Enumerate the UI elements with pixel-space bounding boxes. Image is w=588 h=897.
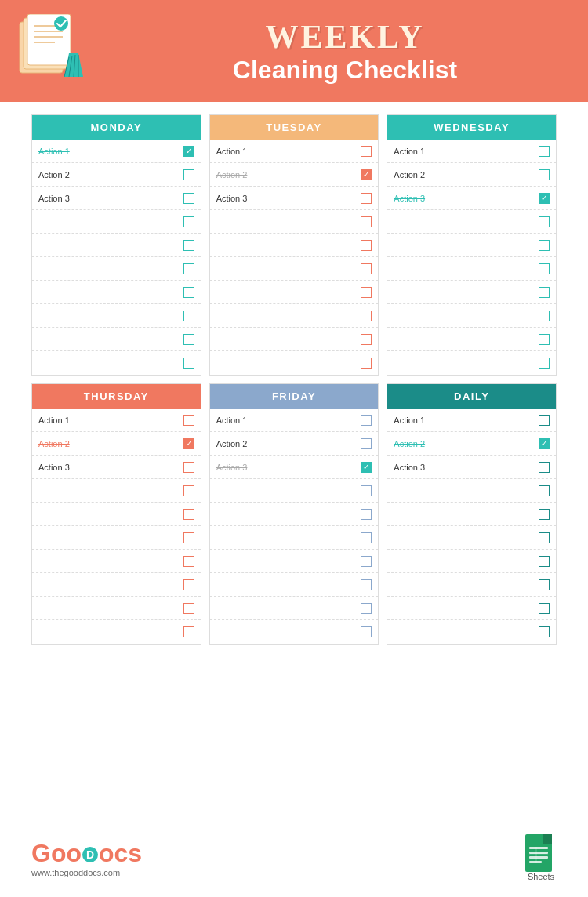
list-item[interactable]: Action 1 [387,409,556,432]
checkbox[interactable] [361,485,372,496]
checkbox[interactable]: ✓ [183,438,194,449]
list-item[interactable] [387,328,556,351]
list-item[interactable]: Action 3 [32,456,201,479]
list-item[interactable]: Action 3 [32,187,201,210]
checkbox[interactable] [183,485,194,496]
checkbox[interactable] [183,603,194,614]
list-item[interactable]: Action 2 [210,432,379,456]
checkbox[interactable] [539,603,550,614]
list-item[interactable]: Action 2✓ [387,432,556,456]
checkbox[interactable]: ✓ [361,462,372,473]
list-item[interactable]: Action 1 [210,140,379,163]
checkbox[interactable]: ✓ [361,169,372,180]
list-item[interactable]: Action 2✓ [32,432,201,456]
list-item[interactable]: Action 1 [387,140,556,163]
list-item[interactable]: Action 1 [210,409,379,432]
list-item[interactable] [387,620,556,644]
checkbox[interactable] [539,462,550,473]
list-item[interactable] [210,620,379,644]
checkbox[interactable] [183,334,194,345]
checkbox[interactable] [183,509,194,520]
list-item[interactable]: Action 3 [210,187,379,210]
list-item[interactable] [387,257,556,281]
list-item[interactable]: Action 2✓ [210,163,379,187]
list-item[interactable] [32,351,201,375]
checkbox[interactable] [183,169,194,180]
list-item[interactable] [387,573,556,597]
checkbox[interactable] [183,263,194,274]
checkbox[interactable] [539,240,550,251]
checkbox[interactable] [183,193,194,204]
checkbox[interactable] [361,603,372,614]
list-item[interactable] [210,210,379,234]
checkbox[interactable] [539,415,550,426]
checkbox[interactable] [183,216,194,227]
checkbox[interactable] [361,240,372,251]
checkbox[interactable] [539,579,550,590]
list-item[interactable] [210,328,379,351]
list-item[interactable] [387,479,556,503]
list-item[interactable] [210,573,379,597]
list-item[interactable] [387,503,556,526]
checkbox[interactable] [539,310,550,321]
list-item[interactable] [387,234,556,257]
list-item[interactable]: Action 3 [387,456,556,479]
list-item[interactable] [32,304,201,328]
list-item[interactable] [210,351,379,375]
checkbox[interactable] [183,532,194,543]
checkbox[interactable] [539,146,550,157]
checkbox[interactable] [361,509,372,520]
checkbox[interactable] [539,263,550,274]
list-item[interactable] [32,234,201,257]
checkbox[interactable] [183,358,194,369]
checkbox[interactable] [183,415,194,426]
list-item[interactable] [32,281,201,304]
list-item[interactable] [210,479,379,503]
checkbox[interactable] [539,485,550,496]
checkbox[interactable]: ✓ [183,146,194,157]
checkbox[interactable] [539,556,550,567]
checkbox[interactable] [539,358,550,369]
checkbox[interactable] [361,287,372,298]
checkbox[interactable] [361,358,372,369]
checkbox[interactable] [361,193,372,204]
list-item[interactable] [32,328,201,351]
list-item[interactable] [387,351,556,375]
list-item[interactable] [387,526,556,550]
list-item[interactable] [210,503,379,526]
checkbox[interactable] [361,438,372,449]
list-item[interactable] [32,526,201,550]
checkbox[interactable] [361,216,372,227]
list-item[interactable] [387,550,556,573]
list-item[interactable]: Action 2 [387,163,556,187]
list-item[interactable] [32,479,201,503]
list-item[interactable] [210,234,379,257]
checkbox[interactable] [539,509,550,520]
list-item[interactable] [210,281,379,304]
list-item[interactable]: Action 3✓ [387,187,556,210]
checkbox[interactable] [183,556,194,567]
checkbox[interactable] [361,334,372,345]
checkbox[interactable] [361,556,372,567]
list-item[interactable] [32,550,201,573]
list-item[interactable] [387,281,556,304]
list-item[interactable] [32,257,201,281]
checkbox[interactable] [539,532,550,543]
list-item[interactable] [32,573,201,597]
list-item[interactable]: Action 2 [32,163,201,187]
checkbox[interactable] [183,462,194,473]
list-item[interactable] [387,597,556,620]
list-item[interactable] [32,210,201,234]
checkbox[interactable] [539,287,550,298]
checkbox[interactable] [361,310,372,321]
checkbox[interactable] [183,287,194,298]
checkbox[interactable] [361,415,372,426]
checkbox[interactable] [361,532,372,543]
list-item[interactable] [32,620,201,644]
checkbox[interactable] [183,579,194,590]
checkbox[interactable] [183,240,194,251]
list-item[interactable] [387,210,556,234]
list-item[interactable] [387,304,556,328]
list-item[interactable] [32,597,201,620]
checkbox[interactable] [539,334,550,345]
